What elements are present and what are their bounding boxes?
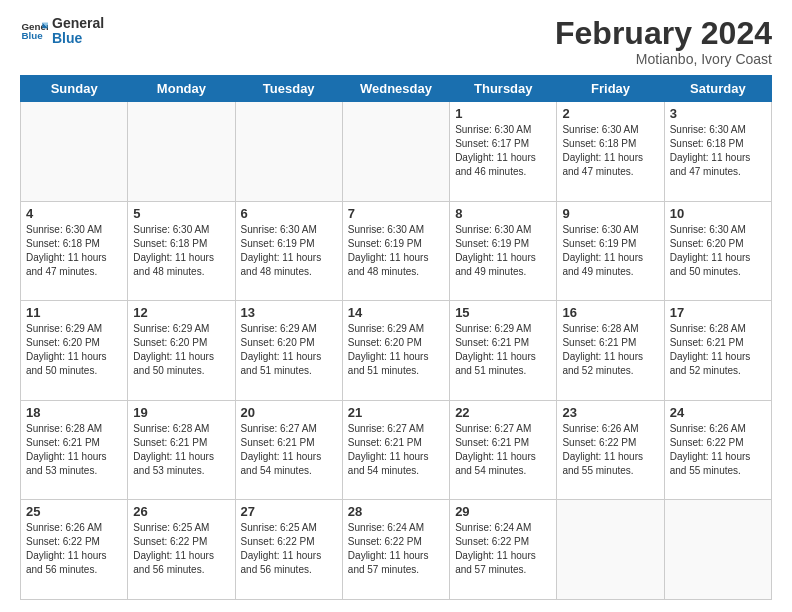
day-number: 22: [455, 405, 551, 420]
calendar-cell: 26Sunrise: 6:25 AMSunset: 6:22 PMDayligh…: [128, 500, 235, 600]
calendar-cell: 18Sunrise: 6:28 AMSunset: 6:21 PMDayligh…: [21, 400, 128, 500]
calendar-cell: [128, 102, 235, 202]
logo-icon: General Blue: [20, 17, 48, 45]
calendar-cell: 11Sunrise: 6:29 AMSunset: 6:20 PMDayligh…: [21, 301, 128, 401]
calendar-cell: 13Sunrise: 6:29 AMSunset: 6:20 PMDayligh…: [235, 301, 342, 401]
calendar-cell: 27Sunrise: 6:25 AMSunset: 6:22 PMDayligh…: [235, 500, 342, 600]
day-number: 1: [455, 106, 551, 121]
day-info: Sunrise: 6:28 AMSunset: 6:21 PMDaylight:…: [670, 322, 766, 378]
calendar-cell: 3Sunrise: 6:30 AMSunset: 6:18 PMDaylight…: [664, 102, 771, 202]
calendar-cell: 4Sunrise: 6:30 AMSunset: 6:18 PMDaylight…: [21, 201, 128, 301]
day-number: 28: [348, 504, 444, 519]
calendar-day-header: Sunday: [21, 76, 128, 102]
day-info: Sunrise: 6:27 AMSunset: 6:21 PMDaylight:…: [455, 422, 551, 478]
day-info: Sunrise: 6:25 AMSunset: 6:22 PMDaylight:…: [133, 521, 229, 577]
day-info: Sunrise: 6:26 AMSunset: 6:22 PMDaylight:…: [26, 521, 122, 577]
day-info: Sunrise: 6:30 AMSunset: 6:18 PMDaylight:…: [562, 123, 658, 179]
calendar-cell: 16Sunrise: 6:28 AMSunset: 6:21 PMDayligh…: [557, 301, 664, 401]
day-number: 2: [562, 106, 658, 121]
svg-text:Blue: Blue: [21, 31, 43, 42]
page-header: General Blue General Blue February 2024 …: [20, 16, 772, 67]
calendar-cell: 9Sunrise: 6:30 AMSunset: 6:19 PMDaylight…: [557, 201, 664, 301]
day-number: 15: [455, 305, 551, 320]
calendar-cell: [342, 102, 449, 202]
calendar-cell: [235, 102, 342, 202]
day-info: Sunrise: 6:28 AMSunset: 6:21 PMDaylight:…: [562, 322, 658, 378]
day-info: Sunrise: 6:26 AMSunset: 6:22 PMDaylight:…: [670, 422, 766, 478]
day-info: Sunrise: 6:30 AMSunset: 6:19 PMDaylight:…: [348, 223, 444, 279]
day-number: 14: [348, 305, 444, 320]
calendar-week-row: 4Sunrise: 6:30 AMSunset: 6:18 PMDaylight…: [21, 201, 772, 301]
day-info: Sunrise: 6:30 AMSunset: 6:18 PMDaylight:…: [133, 223, 229, 279]
day-number: 18: [26, 405, 122, 420]
calendar-day-header: Wednesday: [342, 76, 449, 102]
calendar-day-header: Friday: [557, 76, 664, 102]
day-number: 20: [241, 405, 337, 420]
day-info: Sunrise: 6:29 AMSunset: 6:20 PMDaylight:…: [241, 322, 337, 378]
day-number: 7: [348, 206, 444, 221]
month-year: February 2024: [555, 16, 772, 51]
calendar-header-row: SundayMondayTuesdayWednesdayThursdayFrid…: [21, 76, 772, 102]
day-number: 24: [670, 405, 766, 420]
logo-blue: Blue: [52, 31, 104, 46]
calendar-cell: 29Sunrise: 6:24 AMSunset: 6:22 PMDayligh…: [450, 500, 557, 600]
calendar-day-header: Thursday: [450, 76, 557, 102]
calendar-cell: 5Sunrise: 6:30 AMSunset: 6:18 PMDaylight…: [128, 201, 235, 301]
day-info: Sunrise: 6:30 AMSunset: 6:19 PMDaylight:…: [562, 223, 658, 279]
calendar-cell: 24Sunrise: 6:26 AMSunset: 6:22 PMDayligh…: [664, 400, 771, 500]
calendar-cell: 12Sunrise: 6:29 AMSunset: 6:20 PMDayligh…: [128, 301, 235, 401]
calendar-cell: 23Sunrise: 6:26 AMSunset: 6:22 PMDayligh…: [557, 400, 664, 500]
calendar-cell: 2Sunrise: 6:30 AMSunset: 6:18 PMDaylight…: [557, 102, 664, 202]
day-info: Sunrise: 6:28 AMSunset: 6:21 PMDaylight:…: [133, 422, 229, 478]
title-block: February 2024 Motianbo, Ivory Coast: [555, 16, 772, 67]
day-info: Sunrise: 6:27 AMSunset: 6:21 PMDaylight:…: [241, 422, 337, 478]
calendar-cell: 28Sunrise: 6:24 AMSunset: 6:22 PMDayligh…: [342, 500, 449, 600]
day-info: Sunrise: 6:29 AMSunset: 6:20 PMDaylight:…: [133, 322, 229, 378]
calendar-cell: 8Sunrise: 6:30 AMSunset: 6:19 PMDaylight…: [450, 201, 557, 301]
day-number: 9: [562, 206, 658, 221]
day-number: 27: [241, 504, 337, 519]
calendar-cell: 10Sunrise: 6:30 AMSunset: 6:20 PMDayligh…: [664, 201, 771, 301]
calendar-week-row: 25Sunrise: 6:26 AMSunset: 6:22 PMDayligh…: [21, 500, 772, 600]
calendar-day-header: Monday: [128, 76, 235, 102]
day-info: Sunrise: 6:30 AMSunset: 6:17 PMDaylight:…: [455, 123, 551, 179]
day-number: 29: [455, 504, 551, 519]
calendar-cell: 20Sunrise: 6:27 AMSunset: 6:21 PMDayligh…: [235, 400, 342, 500]
day-info: Sunrise: 6:30 AMSunset: 6:18 PMDaylight:…: [670, 123, 766, 179]
day-number: 12: [133, 305, 229, 320]
day-number: 11: [26, 305, 122, 320]
calendar-cell: [557, 500, 664, 600]
day-number: 16: [562, 305, 658, 320]
day-number: 5: [133, 206, 229, 221]
day-info: Sunrise: 6:29 AMSunset: 6:20 PMDaylight:…: [26, 322, 122, 378]
day-info: Sunrise: 6:28 AMSunset: 6:21 PMDaylight:…: [26, 422, 122, 478]
calendar-week-row: 18Sunrise: 6:28 AMSunset: 6:21 PMDayligh…: [21, 400, 772, 500]
calendar-cell: 25Sunrise: 6:26 AMSunset: 6:22 PMDayligh…: [21, 500, 128, 600]
logo-general: General: [52, 16, 104, 31]
calendar-cell: 15Sunrise: 6:29 AMSunset: 6:21 PMDayligh…: [450, 301, 557, 401]
day-number: 8: [455, 206, 551, 221]
calendar-cell: [664, 500, 771, 600]
day-number: 17: [670, 305, 766, 320]
day-number: 10: [670, 206, 766, 221]
location: Motianbo, Ivory Coast: [555, 51, 772, 67]
logo: General Blue General Blue: [20, 16, 104, 47]
calendar-day-header: Saturday: [664, 76, 771, 102]
calendar-cell: 19Sunrise: 6:28 AMSunset: 6:21 PMDayligh…: [128, 400, 235, 500]
calendar-cell: 21Sunrise: 6:27 AMSunset: 6:21 PMDayligh…: [342, 400, 449, 500]
day-number: 19: [133, 405, 229, 420]
day-info: Sunrise: 6:30 AMSunset: 6:19 PMDaylight:…: [455, 223, 551, 279]
calendar-cell: 14Sunrise: 6:29 AMSunset: 6:20 PMDayligh…: [342, 301, 449, 401]
day-number: 23: [562, 405, 658, 420]
day-info: Sunrise: 6:24 AMSunset: 6:22 PMDaylight:…: [348, 521, 444, 577]
calendar-cell: 22Sunrise: 6:27 AMSunset: 6:21 PMDayligh…: [450, 400, 557, 500]
day-number: 13: [241, 305, 337, 320]
day-number: 6: [241, 206, 337, 221]
day-number: 4: [26, 206, 122, 221]
day-info: Sunrise: 6:29 AMSunset: 6:21 PMDaylight:…: [455, 322, 551, 378]
calendar-cell: 17Sunrise: 6:28 AMSunset: 6:21 PMDayligh…: [664, 301, 771, 401]
calendar-cell: 7Sunrise: 6:30 AMSunset: 6:19 PMDaylight…: [342, 201, 449, 301]
day-number: 3: [670, 106, 766, 121]
calendar-week-row: 1Sunrise: 6:30 AMSunset: 6:17 PMDaylight…: [21, 102, 772, 202]
day-info: Sunrise: 6:25 AMSunset: 6:22 PMDaylight:…: [241, 521, 337, 577]
